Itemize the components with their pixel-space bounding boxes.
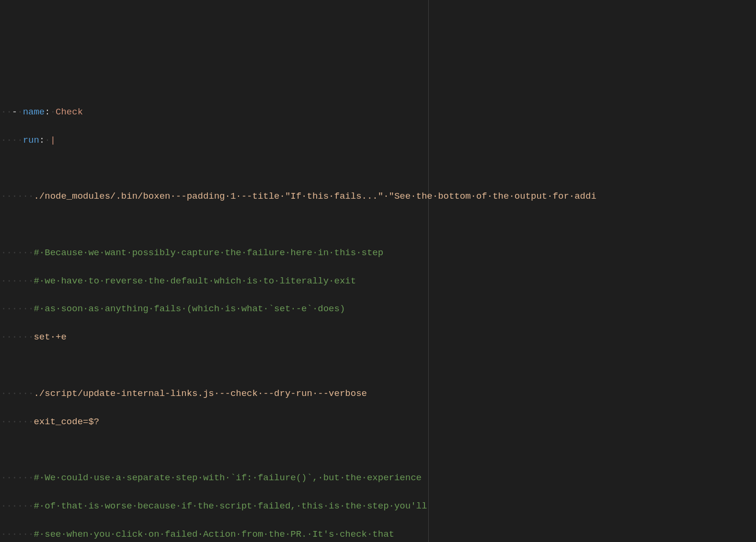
yaml-pipe: | bbox=[50, 135, 56, 146]
whitespace: ······ bbox=[1, 276, 34, 286]
code-line[interactable]: ······#·see·when·you·click·on·failed·Act… bbox=[1, 528, 756, 542]
whitespace: ······ bbox=[1, 332, 34, 342]
code-line[interactable]: ······#·we·have·to·reverse·the·default·w… bbox=[1, 274, 756, 288]
code-line[interactable] bbox=[1, 218, 756, 232]
code-line[interactable]: ······#·of·that·is·worse·because·if·the·… bbox=[1, 499, 756, 513]
whitespace: ·· bbox=[1, 135, 12, 146]
code-comment: #·as·soon·as·anything·fails·(which·is·wh… bbox=[34, 304, 345, 314]
whitespace: ······ bbox=[1, 501, 34, 511]
whitespace: ······ bbox=[1, 473, 34, 483]
whitespace: · bbox=[45, 135, 50, 146]
code-comment: #·of·that·is·worse·because·if·the·script… bbox=[34, 501, 427, 511]
whitespace: ·· bbox=[1, 107, 12, 117]
code-comment: #·see·when·you·click·on·failed·Action·fr… bbox=[34, 529, 394, 540]
code-line[interactable]: ····run:·| bbox=[1, 134, 756, 147]
code-line[interactable]: ······#·as·soon·as·anything·fails·(which… bbox=[1, 302, 756, 316]
shell-code: exit_code=$? bbox=[34, 417, 99, 427]
code-line[interactable]: ······exit_code=$? bbox=[1, 415, 756, 429]
code-line[interactable] bbox=[1, 443, 756, 457]
whitespace: ······ bbox=[1, 529, 34, 540]
whitespace: · bbox=[17, 107, 23, 117]
yaml-key: name bbox=[23, 107, 45, 117]
code-line[interactable]: ··-·name:·Check bbox=[1, 105, 756, 119]
whitespace: ······ bbox=[1, 304, 34, 314]
whitespace: ······ bbox=[1, 248, 34, 258]
code-line[interactable]: ······#·We·could·use·a·separate·step·wit… bbox=[1, 471, 756, 485]
yaml-colon: : bbox=[45, 107, 50, 117]
whitespace: · bbox=[50, 107, 56, 117]
code-comment: #·Because·we·want·possibly·capture·the·f… bbox=[34, 248, 383, 258]
code-line[interactable]: ······set·+e bbox=[1, 330, 756, 344]
shell-code: ./node_modules/.bin/boxen·--padding·1·--… bbox=[34, 191, 596, 202]
code-line[interactable]: ······./script/update-internal-links.js·… bbox=[1, 387, 756, 401]
whitespace: ······ bbox=[1, 191, 34, 202]
code-line[interactable] bbox=[1, 161, 756, 175]
whitespace: ·· bbox=[12, 135, 23, 146]
shell-code: set·+e bbox=[34, 332, 66, 342]
code-line[interactable]: ······./node_modules/.bin/boxen·--paddin… bbox=[1, 190, 756, 203]
whitespace: ······ bbox=[1, 388, 34, 399]
whitespace: ······ bbox=[1, 417, 34, 427]
yaml-dash: - bbox=[12, 107, 17, 117]
code-line[interactable] bbox=[1, 359, 756, 373]
shell-code: ./script/update-internal-links.js·--chec… bbox=[34, 388, 367, 399]
yaml-key: run bbox=[23, 135, 39, 146]
code-editor[interactable]: ··-·name:·Check ····run:·| ······./node_… bbox=[0, 84, 756, 542]
code-comment: #·we·have·to·reverse·the·default·which·i… bbox=[34, 276, 356, 286]
yaml-value: Check bbox=[56, 107, 83, 117]
code-line[interactable]: ······#·Because·we·want·possibly·capture… bbox=[1, 246, 756, 260]
yaml-colon: : bbox=[39, 135, 45, 146]
code-comment: #·We·could·use·a·separate·step·with·`if:… bbox=[34, 473, 422, 483]
